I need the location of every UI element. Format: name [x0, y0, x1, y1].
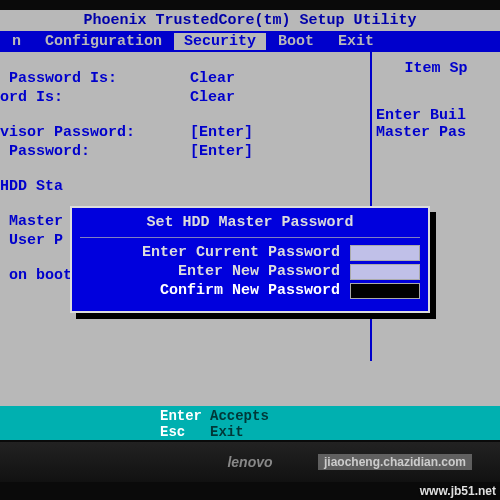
- value: [Enter]: [190, 124, 253, 141]
- value: [Enter]: [190, 143, 253, 160]
- bios-screen: Phoenix TrustedCore(tm) Setup Utility n …: [0, 10, 500, 440]
- key-help-bar: EnterAccepts EscExit: [0, 406, 500, 440]
- watermark-primary: www.jb51.net: [420, 484, 496, 498]
- label: ord Is:: [0, 89, 190, 106]
- row-current-password: Enter Current Password: [80, 244, 420, 261]
- value: Clear: [190, 89, 235, 106]
- watermark-secondary: jiaocheng.chazidian.com: [318, 454, 472, 470]
- set-hdd-master-password-dialog: Set HDD Master Password Enter Current Pa…: [70, 206, 430, 313]
- label: Password:: [0, 143, 190, 160]
- label: Confirm New Password: [160, 282, 350, 299]
- value: Clear: [190, 70, 235, 87]
- row-new-password: Enter New Password: [80, 263, 420, 280]
- current-password-field[interactable]: [350, 245, 420, 261]
- monitor-bezel: Phoenix TrustedCore(tm) Setup Utility n …: [0, 0, 500, 500]
- key-esc: Esc: [160, 424, 210, 440]
- dialog-title: Set HDD Master Password: [80, 212, 420, 238]
- key-enter-action: Accepts: [210, 408, 269, 424]
- tab-configuration[interactable]: Configuration: [33, 33, 174, 50]
- label: Enter Current Password: [142, 244, 350, 261]
- utility-title: Phoenix TrustedCore(tm) Setup Utility: [0, 10, 500, 29]
- tab-bar: n Configuration Security Boot Exit: [0, 31, 500, 51]
- set-user-pw[interactable]: Password: [Enter]: [0, 143, 366, 160]
- help-heading: Item Sp: [376, 60, 496, 77]
- supervisor-pw-status: Password Is: Clear: [0, 70, 366, 87]
- key-enter: Enter: [160, 408, 210, 424]
- set-supervisor-pw[interactable]: visor Password: [Enter]: [0, 124, 366, 141]
- label: Password Is:: [0, 70, 190, 87]
- confirm-password-field[interactable]: [350, 283, 420, 299]
- tab-security[interactable]: Security: [174, 33, 266, 50]
- key-esc-action: Exit: [210, 424, 244, 440]
- help-line-2: Master Pas: [376, 124, 496, 141]
- label: Enter New Password: [178, 263, 350, 280]
- label: HDD Sta: [0, 178, 190, 195]
- hdd-status-trunc: HDD Sta: [0, 178, 366, 195]
- label: visor Password:: [0, 124, 190, 141]
- row-confirm-password: Confirm New Password: [80, 282, 420, 299]
- new-password-field[interactable]: [350, 264, 420, 280]
- tab-main-trunc[interactable]: n: [0, 33, 33, 50]
- tab-boot[interactable]: Boot: [266, 33, 326, 50]
- help-line-1: Enter Buil: [376, 107, 496, 124]
- user-pw-status: ord Is: Clear: [0, 89, 366, 106]
- tab-exit[interactable]: Exit: [326, 33, 386, 50]
